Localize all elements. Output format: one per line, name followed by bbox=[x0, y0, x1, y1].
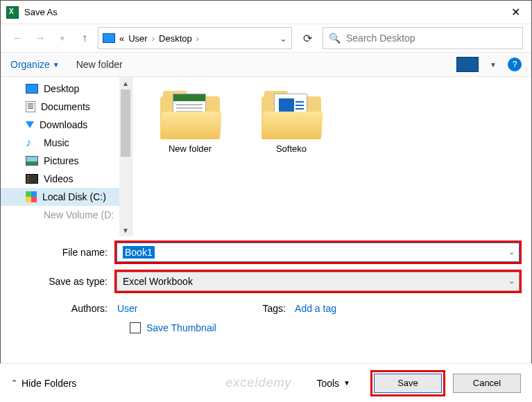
folder-tree: Desktop Documents Downloads ♪Music Pictu… bbox=[1, 77, 132, 227]
save-label: Save bbox=[397, 378, 418, 388]
cancel-label: Cancel bbox=[473, 378, 501, 388]
type-highlight: Excel Workbook ⌄ bbox=[114, 270, 522, 293]
filename-highlight: Book1 ⌄ bbox=[114, 241, 522, 264]
document-icon bbox=[26, 101, 35, 112]
recent-dropdown[interactable]: ▾ bbox=[53, 29, 71, 47]
folder-icon bbox=[261, 91, 321, 139]
nav-row: ← → ▾ ↑ « User › Desktop › ⌄ ⟳ 🔍 Search … bbox=[1, 24, 531, 52]
chevron-down-icon[interactable]: ⌄ bbox=[508, 277, 515, 286]
tools-label: Tools bbox=[316, 378, 339, 389]
watermark: exceldemy bbox=[225, 376, 291, 390]
tree-desktop[interactable]: Desktop bbox=[1, 80, 132, 98]
video-icon bbox=[26, 174, 38, 184]
music-icon: ♪ bbox=[26, 138, 38, 148]
tree-local-disk[interactable]: Local Disk (C:) bbox=[1, 188, 132, 206]
footer: ⌃ Hide Folders exceldemy Tools ▼ Save Ca… bbox=[0, 363, 532, 402]
tree-label: Local Disk (C:) bbox=[42, 191, 106, 202]
organize-label: Organize bbox=[10, 59, 50, 70]
folder-label: New folder bbox=[169, 143, 212, 154]
tree-label: New Volume (D: bbox=[44, 209, 114, 220]
tree-label: Desktop bbox=[44, 83, 79, 94]
tree-downloads[interactable]: Downloads bbox=[1, 116, 132, 134]
window-title: Save As bbox=[24, 7, 58, 17]
sidebar: Desktop Documents Downloads ♪Music Pictu… bbox=[1, 77, 132, 236]
folder-icon bbox=[160, 91, 220, 139]
address-dropdown-icon[interactable]: ⌄ bbox=[280, 33, 287, 44]
download-icon bbox=[26, 121, 34, 128]
forward-button: → bbox=[31, 29, 49, 47]
cancel-button[interactable]: Cancel bbox=[453, 374, 521, 393]
tools-menu[interactable]: Tools ▼ bbox=[316, 378, 350, 389]
tree-label: Videos bbox=[44, 173, 74, 184]
scroll-up-icon[interactable]: ▲ bbox=[119, 77, 132, 89]
address-bar[interactable]: « User › Desktop › ⌄ bbox=[98, 27, 292, 49]
breadcrumb-desktop[interactable]: Desktop bbox=[159, 33, 192, 44]
back-button[interactable]: ← bbox=[9, 29, 27, 47]
filename-value: Book1 bbox=[123, 246, 155, 259]
refresh-button[interactable]: ⟳ bbox=[296, 27, 318, 49]
picture-icon bbox=[26, 156, 38, 166]
search-input[interactable]: 🔍 Search Desktop bbox=[323, 27, 523, 49]
folder-label: Softeko bbox=[276, 143, 307, 154]
scroll-down-icon[interactable]: ▼ bbox=[119, 224, 132, 236]
disk-icon bbox=[26, 191, 37, 202]
close-icon[interactable]: ✕ bbox=[499, 6, 531, 19]
title-bar: Save As ✕ bbox=[1, 1, 531, 24]
desktop-icon bbox=[26, 84, 38, 94]
chevron-down-icon[interactable]: ⌄ bbox=[508, 247, 515, 256]
pc-icon bbox=[103, 33, 115, 43]
chevron-down-icon: ▼ bbox=[53, 61, 60, 69]
tree-music[interactable]: ♪Music bbox=[1, 134, 132, 152]
excel-icon bbox=[6, 6, 19, 19]
filename-label: File name: bbox=[10, 247, 114, 258]
organize-menu[interactable]: Organize ▼ bbox=[10, 59, 60, 70]
thumbnail-row: Save Thumbnail bbox=[1, 314, 531, 333]
up-button[interactable]: ↑ bbox=[76, 29, 94, 47]
tree-label: Downloads bbox=[40, 119, 87, 130]
save-thumbnail-label: Save Thumbnail bbox=[146, 322, 216, 333]
file-pane[interactable]: New folder Softeko bbox=[132, 77, 531, 236]
hide-folders-label: Hide Folders bbox=[22, 378, 76, 389]
breadcrumb-prefix: « bbox=[119, 33, 124, 44]
help-icon[interactable]: ? bbox=[508, 58, 522, 71]
sidebar-scrollbar[interactable]: ▲ ▼ bbox=[119, 77, 132, 236]
body: Desktop Documents Downloads ♪Music Pictu… bbox=[1, 77, 531, 236]
tree-label: Music bbox=[44, 137, 69, 148]
tree-new-volume[interactable]: New Volume (D: bbox=[1, 206, 132, 224]
chevron-down-icon: ▼ bbox=[343, 379, 350, 387]
breadcrumb-user[interactable]: User bbox=[128, 33, 147, 44]
tags-value[interactable]: Add a tag bbox=[295, 303, 336, 314]
breadcrumb-sep2: › bbox=[196, 33, 199, 44]
tree-pictures[interactable]: Pictures bbox=[1, 152, 132, 170]
saveastype-label: Save as type: bbox=[10, 276, 114, 287]
tree-documents[interactable]: Documents bbox=[1, 98, 132, 116]
chevron-up-icon: ⌃ bbox=[11, 378, 17, 387]
scroll-thumb[interactable] bbox=[121, 89, 130, 157]
chevron-down-icon[interactable]: ▼ bbox=[490, 61, 497, 69]
type-value: Excel Workbook bbox=[123, 276, 193, 287]
saveastype-select[interactable]: Excel Workbook ⌄ bbox=[117, 272, 520, 291]
form: File name: Book1 ⌄ Save as type: Excel W… bbox=[1, 236, 531, 293]
save-button[interactable]: Save bbox=[374, 374, 442, 393]
tree-videos[interactable]: Videos bbox=[1, 170, 132, 188]
folder-item-softeko[interactable]: Softeko bbox=[261, 91, 321, 154]
new-folder-button[interactable]: New folder bbox=[76, 59, 123, 70]
metadata-row: Authors: User Tags: Add a tag bbox=[1, 299, 531, 314]
search-placeholder: Search Desktop bbox=[346, 33, 415, 44]
folder-item-newfolder[interactable]: New folder bbox=[160, 91, 220, 154]
authors-label: Authors: bbox=[10, 303, 114, 314]
tree-label: Documents bbox=[41, 101, 90, 112]
tags-label: Tags: bbox=[262, 303, 292, 314]
search-icon: 🔍 bbox=[329, 33, 341, 44]
hide-folders-button[interactable]: ⌃ Hide Folders bbox=[11, 378, 76, 389]
breadcrumb-sep1: › bbox=[152, 33, 155, 44]
tree-label: Pictures bbox=[44, 155, 79, 166]
toolbar: Organize ▼ New folder ▼ ? bbox=[1, 52, 531, 77]
filename-input[interactable]: Book1 ⌄ bbox=[117, 243, 520, 262]
save-thumbnail-checkbox[interactable] bbox=[130, 322, 141, 333]
view-button[interactable] bbox=[456, 57, 479, 72]
authors-value[interactable]: User bbox=[117, 303, 138, 314]
